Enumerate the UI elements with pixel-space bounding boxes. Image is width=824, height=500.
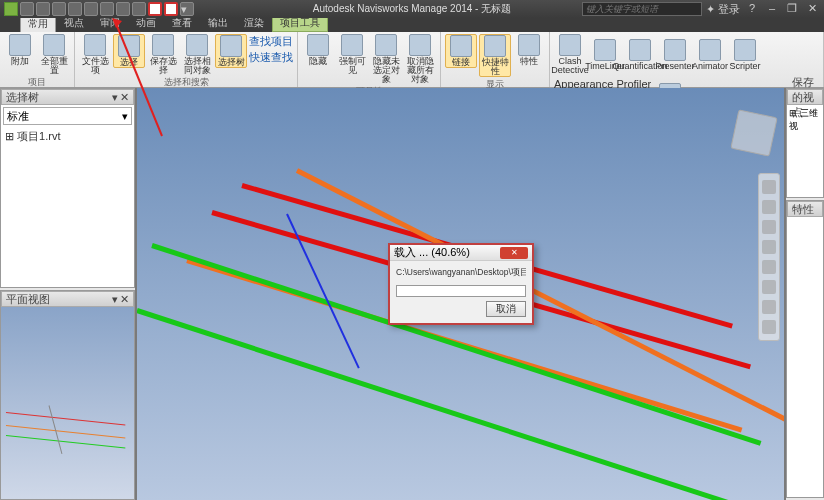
btn-file-opts[interactable]: 文件选项 [79,34,111,75]
qat-dropdown-icon[interactable]: ▾ [180,2,194,16]
btn-require[interactable]: 强制可见 [336,34,368,75]
seltree-icon [220,35,242,57]
nav-pan-icon[interactable] [762,200,776,214]
panel-project-title: 项目 [4,75,70,89]
qat-undo-icon[interactable] [100,2,114,16]
qat-hl1-icon[interactable] [148,2,162,16]
nav-walk-icon[interactable] [762,280,776,294]
progress-bar [396,285,526,297]
left-dock: 选择树 ▾✕ 标准 ▾ ⊞ 项目1.rvt 平面视图 ▾✕ [0,88,137,500]
hideunsel-icon [375,34,397,56]
animator-icon [699,39,721,61]
saved-vp-header[interactable]: 保存的视点 [787,89,823,105]
close-button[interactable]: ✕ [804,2,820,17]
clash-icon [559,34,581,56]
nav-zoom-icon[interactable] [762,220,776,234]
btn-presenter[interactable]: Presenter [659,39,691,71]
selsame-icon [186,34,208,56]
nav-camera-icon[interactable] [762,320,776,334]
nav-fly-icon[interactable] [762,300,776,314]
btn-quant[interactable]: Quantification [624,39,656,71]
minimize-button[interactable]: – [764,2,780,17]
ribbon: 附加 全部重置 项目 文件选项 选择 保存选择 选择相同对象 选择树 查找项目 … [0,32,824,88]
panel-select-title: 选择和搜索 [79,75,293,89]
btn-reset-all[interactable]: 全部重置 [38,34,70,75]
close-panel-icon[interactable]: ✕ [120,91,129,104]
btn-unhide-all[interactable]: 取消隐藏所有对象 [404,34,436,84]
app-logo-icon[interactable] [4,2,18,16]
panel-project: 附加 全部重置 项目 [0,32,75,87]
btn-sel-tree[interactable]: 选择树 [215,34,247,68]
plan-view-canvas[interactable] [1,307,134,499]
qat-select-icon[interactable] [132,2,146,16]
ribbon-tabstrip: 常用 视点 审阅 动画 查看 输出 渲染 项目工具 [0,18,824,32]
link-find-items[interactable]: 查找项目 [249,34,293,49]
unhide-icon [409,34,431,56]
right-dock: 保存的视点 ⊞ 三维视 特性 [784,88,824,500]
saved-viewpoints-panel: 保存的视点 ⊞ 三维视 [786,88,824,198]
btn-hide-unsel[interactable]: 隐藏未选定对象 [370,34,402,84]
help-icon[interactable]: ? [744,2,760,17]
close-panel-icon[interactable]: ✕ [120,293,129,306]
plan-view-panel: 平面视图 ▾✕ [0,290,135,500]
nav-wheel-icon[interactable] [762,180,776,194]
qat-open-icon[interactable] [36,2,50,16]
fileopts-icon [84,34,106,56]
quickprops-icon [484,35,506,57]
btn-save-sel[interactable]: 保存选择 [147,34,179,75]
links-icon [450,35,472,57]
qat-redo-icon[interactable] [116,2,130,16]
dialog-file-path: C:\Users\wangyanan\Desktop\项目1.rvt [396,267,526,279]
btn-links[interactable]: 链接 [445,34,477,68]
viewcube[interactable] [730,109,777,156]
dialog-close-button[interactable]: ✕ [500,247,528,259]
navigation-bar [758,173,780,341]
plan-view-header[interactable]: 平面视图 ▾✕ [1,291,134,307]
quant-icon [629,39,651,61]
selection-tree-header[interactable]: 选择树 ▾✕ [1,89,134,105]
btn-props[interactable]: 特性 [513,34,545,66]
props-icon [518,34,540,56]
properties-panel: 特性 [786,200,824,498]
help-search-input[interactable] [582,2,702,16]
dialog-title-text: 载入 ... (40.6%) [394,245,470,260]
user-menu[interactable]: ✦ 登录 [706,2,740,17]
dropdown-value: 标准 [7,109,29,124]
qat-hl2-icon[interactable] [164,2,178,16]
btn-sel-same[interactable]: 选择相同对象 [181,34,213,75]
props-title: 特性 [792,202,814,217]
maximize-button[interactable]: ❐ [784,2,800,17]
qat-refresh-icon[interactable] [84,2,98,16]
qat-save-icon[interactable] [52,2,66,16]
btn-hide[interactable]: 隐藏 [302,34,334,66]
qat-new-icon[interactable] [20,2,34,16]
hide-icon [307,34,329,56]
btn-clash[interactable]: Clash Detective [554,34,586,75]
append-icon [9,34,31,56]
presenter-icon [664,39,686,61]
title-bar: ▾ Autodesk Navisworks Manage 2014 - 无标题 … [0,0,824,18]
btn-quick-props[interactable]: 快捷特性 [479,34,511,77]
nav-look-icon[interactable] [762,260,776,274]
qat-print-icon[interactable] [68,2,82,16]
selection-tree-mode-dropdown[interactable]: 标准 ▾ [3,107,132,125]
selection-tree-body[interactable]: ⊞ 项目1.rvt [1,127,134,287]
plan-view-title: 平面视图 [6,292,50,307]
nav-orbit-icon[interactable] [762,240,776,254]
savesel-icon [152,34,174,56]
btn-scripter[interactable]: Scripter [729,39,761,71]
dialog-titlebar[interactable]: 载入 ... (40.6%) ✕ [390,245,532,261]
reset-icon [43,34,65,56]
cancel-button[interactable]: 取消 [486,301,526,317]
selection-tree-title: 选择树 [6,90,39,105]
btn-animator[interactable]: Animator [694,39,726,71]
btn-append[interactable]: 附加 [4,34,36,66]
link-quick-find[interactable]: 快速查找 [249,50,293,65]
btn-select[interactable]: 选择 [113,34,145,68]
loading-dialog: 载入 ... (40.6%) ✕ C:\Users\wangyanan\Desk… [388,243,534,325]
tree-item[interactable]: ⊞ 项目1.rvt [5,129,130,144]
pin-icon[interactable]: ▾ [112,91,118,104]
require-icon [341,34,363,56]
props-header[interactable]: 特性 [787,201,823,217]
pin-icon[interactable]: ▾ [112,293,118,306]
